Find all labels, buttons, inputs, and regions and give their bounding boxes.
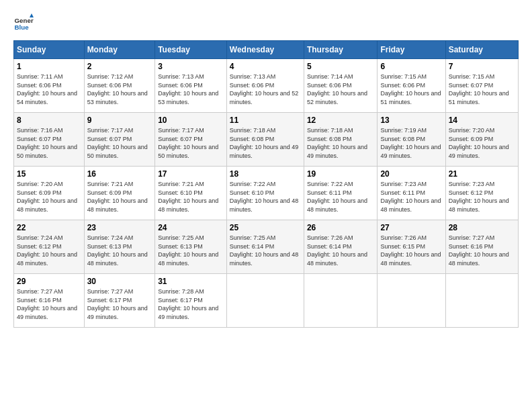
calendar-day-cell: 13 Sunrise: 7:19 AM Sunset: 6:08 PM Dayl… — [378, 113, 445, 167]
day-info: Sunrise: 7:18 AM Sunset: 6:08 PM Dayligh… — [307, 126, 374, 160]
calendar-day-cell: 24 Sunrise: 7:25 AM Sunset: 6:13 PM Dayl… — [155, 220, 227, 274]
calendar-day-cell: 9 Sunrise: 7:17 AM Sunset: 6:07 PM Dayli… — [84, 113, 155, 167]
calendar-table: SundayMondayTuesdayWednesdayThursdayFrid… — [13, 40, 519, 328]
calendar-day-cell: 1 Sunrise: 7:11 AM Sunset: 6:06 PM Dayli… — [14, 59, 85, 113]
calendar-day-cell: 11 Sunrise: 7:18 AM Sunset: 6:08 PM Dayl… — [226, 113, 304, 167]
day-number: 8 — [17, 116, 81, 125]
calendar-day-cell: 12 Sunrise: 7:18 AM Sunset: 6:08 PM Dayl… — [304, 113, 377, 167]
calendar-day-cell: 3 Sunrise: 7:13 AM Sunset: 6:06 PM Dayli… — [155, 59, 227, 113]
day-info: Sunrise: 7:25 AM Sunset: 6:14 PM Dayligh… — [230, 234, 301, 267]
calendar-day-cell: 28 Sunrise: 7:27 AM Sunset: 6:16 PM Dayl… — [445, 220, 518, 274]
calendar-day-cell: 5 Sunrise: 7:14 AM Sunset: 6:06 PM Dayli… — [304, 59, 377, 113]
day-info: Sunrise: 7:11 AM Sunset: 6:06 PM Dayligh… — [17, 73, 81, 106]
calendar-day-cell: 2 Sunrise: 7:12 AM Sunset: 6:06 PM Dayli… — [84, 59, 155, 113]
weekday-header-cell: Monday — [84, 41, 155, 59]
svg-marker-2 — [30, 13, 34, 17]
calendar-day-cell: 16 Sunrise: 7:21 AM Sunset: 6:09 PM Dayl… — [84, 167, 155, 220]
calendar-day-cell: 7 Sunrise: 7:15 AM Sunset: 6:07 PM Dayli… — [445, 59, 518, 113]
day-number: 9 — [87, 116, 152, 125]
calendar-day-cell — [304, 274, 377, 328]
day-number: 5 — [307, 62, 374, 71]
day-info: Sunrise: 7:20 AM Sunset: 6:09 PM Dayligh… — [449, 126, 515, 160]
day-info: Sunrise: 7:15 AM Sunset: 6:07 PM Dayligh… — [449, 73, 515, 106]
calendar-day-cell — [226, 274, 304, 328]
day-number: 30 — [87, 277, 152, 286]
day-info: Sunrise: 7:26 AM Sunset: 6:14 PM Dayligh… — [307, 234, 374, 267]
logo-icon: General Blue — [13, 13, 34, 34]
day-info: Sunrise: 7:23 AM Sunset: 6:12 PM Dayligh… — [449, 180, 515, 214]
day-number: 18 — [230, 169, 301, 179]
day-info: Sunrise: 7:27 AM Sunset: 6:16 PM Dayligh… — [17, 287, 81, 321]
day-info: Sunrise: 7:19 AM Sunset: 6:08 PM Dayligh… — [380, 126, 442, 160]
calendar-day-cell: 10 Sunrise: 7:17 AM Sunset: 6:07 PM Dayl… — [155, 113, 227, 167]
calendar-week-row: 1 Sunrise: 7:11 AM Sunset: 6:06 PM Dayli… — [14, 59, 519, 113]
calendar-day-cell: 14 Sunrise: 7:20 AM Sunset: 6:09 PM Dayl… — [445, 113, 518, 167]
calendar-day-cell: 27 Sunrise: 7:26 AM Sunset: 6:15 PM Dayl… — [378, 220, 445, 274]
calendar-day-cell: 18 Sunrise: 7:22 AM Sunset: 6:10 PM Dayl… — [226, 167, 304, 220]
weekday-header-cell: Saturday — [445, 41, 518, 59]
day-number: 22 — [17, 223, 81, 232]
day-number: 16 — [87, 169, 152, 179]
weekday-header-row: SundayMondayTuesdayWednesdayThursdayFrid… — [14, 41, 519, 59]
calendar-day-cell: 29 Sunrise: 7:27 AM Sunset: 6:16 PM Dayl… — [14, 274, 85, 328]
day-number: 26 — [307, 223, 374, 232]
day-info: Sunrise: 7:15 AM Sunset: 6:06 PM Dayligh… — [380, 73, 442, 106]
weekday-header-cell: Friday — [378, 41, 445, 59]
calendar-week-row: 8 Sunrise: 7:16 AM Sunset: 6:07 PM Dayli… — [14, 113, 519, 167]
day-info: Sunrise: 7:24 AM Sunset: 6:13 PM Dayligh… — [87, 234, 152, 267]
calendar-day-cell: 8 Sunrise: 7:16 AM Sunset: 6:07 PM Dayli… — [14, 113, 85, 167]
day-number: 31 — [158, 277, 224, 286]
calendar-week-row: 29 Sunrise: 7:27 AM Sunset: 6:16 PM Dayl… — [14, 274, 519, 328]
weekday-header-cell: Wednesday — [226, 41, 304, 59]
day-info: Sunrise: 7:22 AM Sunset: 6:11 PM Dayligh… — [307, 180, 374, 214]
page-header: General Blue — [13, 13, 519, 34]
day-number: 17 — [158, 169, 224, 179]
calendar-day-cell: 17 Sunrise: 7:21 AM Sunset: 6:10 PM Dayl… — [155, 167, 227, 220]
calendar-day-cell: 30 Sunrise: 7:27 AM Sunset: 6:17 PM Dayl… — [84, 274, 155, 328]
calendar-day-cell — [445, 274, 518, 328]
day-info: Sunrise: 7:22 AM Sunset: 6:10 PM Dayligh… — [230, 180, 301, 214]
day-info: Sunrise: 7:23 AM Sunset: 6:11 PM Dayligh… — [380, 180, 442, 214]
day-number: 13 — [380, 116, 442, 125]
day-number: 3 — [158, 62, 224, 71]
calendar-day-cell: 19 Sunrise: 7:22 AM Sunset: 6:11 PM Dayl… — [304, 167, 377, 220]
day-info: Sunrise: 7:20 AM Sunset: 6:09 PM Dayligh… — [17, 180, 81, 214]
day-info: Sunrise: 7:14 AM Sunset: 6:06 PM Dayligh… — [307, 73, 374, 106]
day-info: Sunrise: 7:16 AM Sunset: 6:07 PM Dayligh… — [17, 126, 81, 160]
calendar-day-cell — [378, 274, 445, 328]
day-info: Sunrise: 7:13 AM Sunset: 6:06 PM Dayligh… — [230, 73, 301, 106]
day-number: 25 — [230, 223, 301, 232]
day-info: Sunrise: 7:17 AM Sunset: 6:07 PM Dayligh… — [87, 126, 152, 160]
calendar-week-row: 15 Sunrise: 7:20 AM Sunset: 6:09 PM Dayl… — [14, 167, 519, 220]
weekday-header-cell: Tuesday — [155, 41, 227, 59]
day-number: 21 — [449, 169, 515, 179]
calendar-day-cell: 15 Sunrise: 7:20 AM Sunset: 6:09 PM Dayl… — [14, 167, 85, 220]
day-info: Sunrise: 7:27 AM Sunset: 6:16 PM Dayligh… — [449, 234, 515, 267]
day-number: 27 — [380, 223, 442, 232]
calendar-day-cell: 31 Sunrise: 7:28 AM Sunset: 6:17 PM Dayl… — [155, 274, 227, 328]
day-info: Sunrise: 7:21 AM Sunset: 6:09 PM Dayligh… — [87, 180, 152, 214]
svg-text:General: General — [15, 17, 34, 24]
day-info: Sunrise: 7:26 AM Sunset: 6:15 PM Dayligh… — [380, 234, 442, 267]
calendar-day-cell: 22 Sunrise: 7:24 AM Sunset: 6:12 PM Dayl… — [14, 220, 85, 274]
day-number: 24 — [158, 223, 224, 232]
day-number: 12 — [307, 116, 374, 125]
day-number: 19 — [307, 169, 374, 179]
weekday-header-cell: Sunday — [14, 41, 85, 59]
day-info: Sunrise: 7:24 AM Sunset: 6:12 PM Dayligh… — [17, 234, 81, 267]
calendar-day-cell: 4 Sunrise: 7:13 AM Sunset: 6:06 PM Dayli… — [226, 59, 304, 113]
day-info: Sunrise: 7:13 AM Sunset: 6:06 PM Dayligh… — [158, 73, 224, 106]
calendar-day-cell: 25 Sunrise: 7:25 AM Sunset: 6:14 PM Dayl… — [226, 220, 304, 274]
day-number: 11 — [230, 116, 301, 125]
day-info: Sunrise: 7:25 AM Sunset: 6:13 PM Dayligh… — [158, 234, 224, 267]
calendar-day-cell: 20 Sunrise: 7:23 AM Sunset: 6:11 PM Dayl… — [378, 167, 445, 220]
day-number: 14 — [449, 116, 515, 125]
day-info: Sunrise: 7:18 AM Sunset: 6:08 PM Dayligh… — [230, 126, 301, 160]
day-number: 29 — [17, 277, 81, 286]
calendar-day-cell: 21 Sunrise: 7:23 AM Sunset: 6:12 PM Dayl… — [445, 167, 518, 220]
day-number: 6 — [380, 62, 442, 71]
calendar-day-cell: 23 Sunrise: 7:24 AM Sunset: 6:13 PM Dayl… — [84, 220, 155, 274]
day-info: Sunrise: 7:12 AM Sunset: 6:06 PM Dayligh… — [87, 73, 152, 106]
day-info: Sunrise: 7:21 AM Sunset: 6:10 PM Dayligh… — [158, 180, 224, 214]
day-number: 1 — [17, 62, 81, 71]
